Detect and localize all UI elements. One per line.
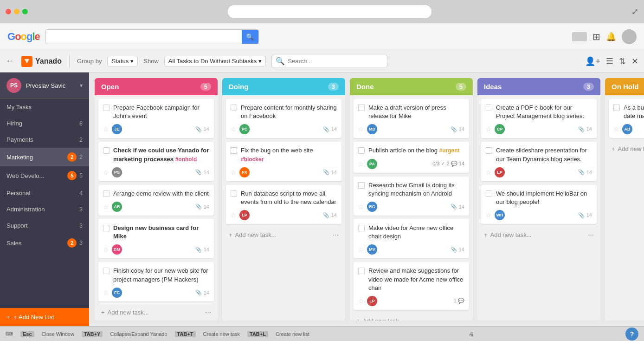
task-checkbox[interactable]: [231, 147, 237, 154]
task-checkbox[interactable]: [486, 147, 492, 154]
star-icon[interactable]: ☆: [103, 246, 109, 253]
add-task-button-doing[interactable]: + Add new task... ⋯: [226, 228, 341, 242]
task-card[interactable]: Research how Gmail is doing its syncing …: [354, 177, 469, 216]
list-view-icon[interactable]: ☰: [606, 56, 613, 66]
task-card[interactable]: Make video for Acme new office chair des…: [354, 219, 469, 258]
task-card[interactable]: As a business us... to set a due date ma…: [609, 99, 644, 138]
chrome-dot-yellow[interactable]: [14, 9, 19, 14]
star-icon[interactable]: ☆: [486, 211, 492, 219]
sort-icon[interactable]: ⇅: [619, 56, 626, 66]
task-checkbox[interactable]: [358, 225, 365, 231]
task-checkbox[interactable]: [358, 182, 365, 189]
task-card[interactable]: Prepare Facebook campaign for John's eve…: [98, 99, 214, 138]
google-search-button[interactable]: 🔍: [242, 30, 258, 44]
sidebar-item-hiring[interactable]: Hiring 8: [0, 115, 89, 131]
fullscreen-icon[interactable]: ⤢: [631, 7, 638, 17]
star-icon[interactable]: ☆: [486, 169, 492, 176]
show-dropdown[interactable]: All Tasks to Do Without Subtasks ▾: [164, 56, 266, 66]
google-user-avatar[interactable]: [622, 29, 637, 44]
star-icon[interactable]: ☆: [103, 125, 109, 133]
attachment-count: 14: [204, 170, 209, 175]
star-icon[interactable]: ☆: [486, 125, 492, 133]
sidebar-item-support[interactable]: Support 3: [0, 217, 89, 234]
task-card[interactable]: Create slideshare presentation for our T…: [481, 142, 597, 181]
star-icon[interactable]: ☆: [103, 169, 109, 176]
google-apps-button[interactable]: [572, 32, 587, 41]
task-checkbox[interactable]: [103, 268, 109, 274]
sidebar-profile[interactable]: PS Prvoslav Savic ▾: [0, 72, 89, 99]
task-checkbox[interactable]: [103, 105, 109, 111]
sidebar-item-administration[interactable]: Administration 3: [0, 201, 89, 217]
column-count-ideas: 3: [583, 83, 594, 91]
star-icon[interactable]: ☆: [231, 125, 237, 133]
task-card[interactable]: Make a draft version of press release fo…: [354, 99, 469, 138]
google-grid-icon[interactable]: ⊞: [592, 31, 600, 42]
more-icon[interactable]: ⋯: [333, 231, 339, 238]
star-icon[interactable]: ☆: [358, 160, 364, 168]
task-card[interactable]: Run database script to move all events f…: [226, 185, 341, 224]
star-icon[interactable]: ☆: [613, 125, 619, 133]
task-checkbox[interactable]: [103, 225, 109, 231]
help-button[interactable]: ?: [625, 328, 638, 341]
star-icon[interactable]: ☆: [358, 246, 364, 253]
google-search-input[interactable]: [46, 33, 242, 40]
task-checkbox[interactable]: [358, 105, 365, 111]
chrome-address-bar[interactable]: [228, 5, 431, 18]
sidebar-item-marketing[interactable]: Marketing 2 2: [0, 148, 89, 166]
task-checkbox[interactable]: [103, 147, 109, 154]
task-checkbox[interactable]: [358, 147, 365, 154]
google-bell-icon[interactable]: 🔔: [606, 32, 616, 42]
more-icon[interactable]: ⋯: [205, 309, 211, 316]
task-checkbox[interactable]: [613, 105, 620, 111]
task-progress: 0/3 ✓ 2 💬 14: [432, 161, 464, 167]
star-icon[interactable]: ☆: [103, 289, 109, 296]
task-card[interactable]: Fix the bug on the web site #blocker ☆ F…: [226, 142, 341, 181]
chrome-dot-red[interactable]: [6, 9, 11, 14]
sidebar-item-my-tasks[interactable]: My Tasks: [0, 99, 89, 115]
star-icon[interactable]: ☆: [231, 169, 237, 176]
sidebar-item-sales[interactable]: Sales 2 3: [0, 234, 89, 252]
task-card[interactable]: Check if we could use Yanado for marketi…: [98, 142, 214, 181]
add-member-icon[interactable]: 👤+: [585, 56, 600, 66]
task-card[interactable]: Finish copy for our new web site for pro…: [98, 262, 214, 301]
task-checkbox[interactable]: [231, 105, 237, 111]
more-icon[interactable]: ⋯: [460, 317, 466, 321]
add-task-button-open[interactable]: + Add new task... ⋯: [98, 305, 214, 320]
chrome-dot-green[interactable]: [22, 9, 28, 14]
task-card[interactable]: Create a PDF e-book for our Project Mana…: [481, 99, 597, 138]
task-avatar: CP: [495, 124, 505, 134]
header-search[interactable]: 🔍: [271, 55, 387, 67]
star-icon[interactable]: ☆: [358, 125, 364, 133]
back-button[interactable]: ←: [6, 56, 14, 66]
sidebar-item-personal[interactable]: Personal 4: [0, 185, 89, 201]
task-card[interactable]: We should implement HelloBar on our blog…: [481, 185, 597, 224]
add-task-button-ideas[interactable]: + Add new task... ⋯: [481, 228, 597, 242]
star-icon[interactable]: ☆: [231, 211, 237, 219]
task-checkbox[interactable]: [486, 105, 492, 111]
add-new-list-button[interactable]: + + Add New List: [0, 308, 89, 326]
more-icon[interactable]: ⋯: [588, 231, 594, 238]
attachment-count: 14: [204, 126, 209, 132]
star-icon[interactable]: ☆: [103, 203, 109, 210]
task-checkbox[interactable]: [103, 190, 109, 197]
task-card[interactable]: Review and make suggestions for video we…: [354, 262, 469, 310]
group-by-value: Status: [111, 58, 129, 65]
task-checkbox[interactable]: [231, 190, 237, 197]
task-card[interactable]: Publish article on the blog #urgent ☆ PA…: [354, 142, 469, 172]
add-task-button-done[interactable]: + Add new task... ⋯: [354, 314, 469, 321]
star-icon[interactable]: ☆: [358, 203, 364, 210]
task-card[interactable]: Prepare content for monthly sharing on F…: [226, 99, 341, 138]
add-task-button-onhold[interactable]: + Add new task...: [609, 142, 644, 156]
close-icon[interactable]: ✕: [631, 56, 638, 66]
task-checkbox[interactable]: [486, 190, 492, 197]
google-search-bar[interactable]: 🔍: [45, 29, 259, 44]
group-by-dropdown[interactable]: Status ▾: [107, 56, 138, 66]
sidebar-item-web-dev[interactable]: Web Develo... 5 5: [0, 166, 89, 185]
task-card[interactable]: Design new business card for Mike ☆ DM 📎…: [98, 219, 214, 258]
sidebar-item-payments[interactable]: Payments 2: [0, 131, 89, 148]
star-icon[interactable]: ☆: [358, 297, 364, 305]
task-tag: #onhold: [175, 156, 197, 163]
task-card[interactable]: Arrange demo review with the client ☆ AR…: [98, 185, 214, 216]
header-search-input[interactable]: [288, 58, 383, 65]
task-checkbox[interactable]: [358, 268, 365, 274]
